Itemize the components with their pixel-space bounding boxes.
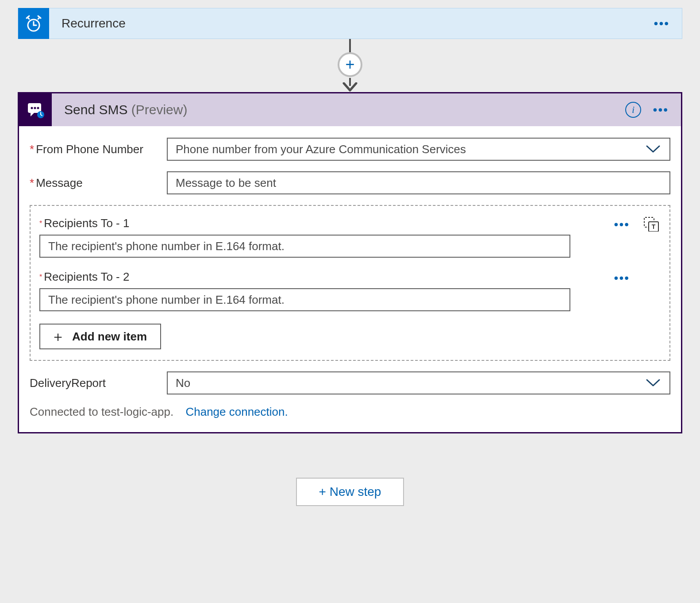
message-input[interactable] [176,172,662,193]
recurrence-title: Recurrence [49,16,682,31]
svg-text:T: T [652,223,656,230]
arrow-down-icon [342,82,358,92]
sms-icon-box [19,93,52,126]
add-new-item-label: Add new item [72,330,147,344]
chevron-down-icon [646,379,661,387]
add-new-item-button[interactable]: ＋ Add new item [39,324,161,349]
connector-line [349,39,351,52]
from-phone-label-text: From Phone Number [36,143,143,156]
send-sms-more-button[interactable]: ••• [653,103,669,117]
change-connection-link[interactable]: Change connection. [185,405,288,418]
recipients-box: * Recipients To - 1 ••• T * [30,205,670,361]
delivery-report-value: No [176,376,190,390]
svg-point-6 [37,107,39,109]
new-step-button[interactable]: + New step [296,478,404,506]
required-star: * [30,176,34,189]
svg-point-4 [31,107,33,109]
recipient-1-input-wrap[interactable] [39,235,570,258]
delivery-report-select[interactable]: No [167,371,670,394]
svg-point-5 [34,107,36,109]
plus-icon: ＋ [51,329,65,344]
array-icon: T [643,216,659,232]
required-star: * [39,273,42,281]
connector: + [18,39,682,92]
recipient-1-more-button[interactable]: ••• [614,217,630,232]
message-label-text: Message [36,176,83,189]
recipient-2-label: Recipients To - 2 [44,270,129,284]
required-star: * [39,220,42,228]
clock-icon [25,15,42,32]
recurrence-icon-box [18,8,49,39]
recipient-1-input[interactable] [48,236,562,257]
message-label: *Message [30,176,167,190]
recurrence-card[interactable]: Recurrence ••• [18,8,682,39]
required-star: * [30,143,34,156]
delivery-report-label: DeliveryReport [30,376,167,390]
from-phone-label: *From Phone Number [30,143,167,156]
connection-row: Connected to test-logic-app. Change conn… [30,405,670,419]
recurrence-more-button[interactable]: ••• [654,16,669,31]
chevron-down-icon [646,145,661,154]
recipient-2-more-button[interactable]: ••• [614,271,630,285]
send-sms-body: *From Phone Number Phone number from you… [19,126,681,432]
new-step-wrap: + New step [18,478,682,506]
from-phone-row: *From Phone Number Phone number from you… [30,138,670,161]
connection-text: Connected to test-logic-app. [30,405,173,418]
chat-bubble-icon [26,100,45,119]
send-sms-title-wrap: Send SMS (Preview) [52,102,187,117]
recipient-item-2: * Recipients To - 2 ••• [39,270,661,311]
message-row: *Message [30,171,670,194]
send-sms-header[interactable]: Send SMS (Preview) i ••• [19,93,681,126]
from-phone-select[interactable]: Phone number from your Azure Communicati… [167,138,670,161]
message-input-wrap[interactable] [167,171,670,194]
add-action-button[interactable]: + [338,52,362,77]
info-icon[interactable]: i [625,102,641,118]
recipient-1-label: Recipients To - 1 [44,216,129,230]
switch-to-array-button[interactable]: T [643,216,659,233]
recipient-2-input[interactable] [48,289,562,310]
send-sms-title: Send SMS [64,102,127,117]
send-sms-card: Send SMS (Preview) i ••• *From Phone Num… [18,92,682,433]
recipient-2-input-wrap[interactable] [39,288,570,311]
from-phone-placeholder: Phone number from your Azure Communicati… [176,143,466,156]
delivery-report-row: DeliveryReport No [30,371,670,394]
send-sms-preview-label: (Preview) [131,102,188,117]
recipient-item-1: * Recipients To - 1 ••• T [39,216,661,258]
